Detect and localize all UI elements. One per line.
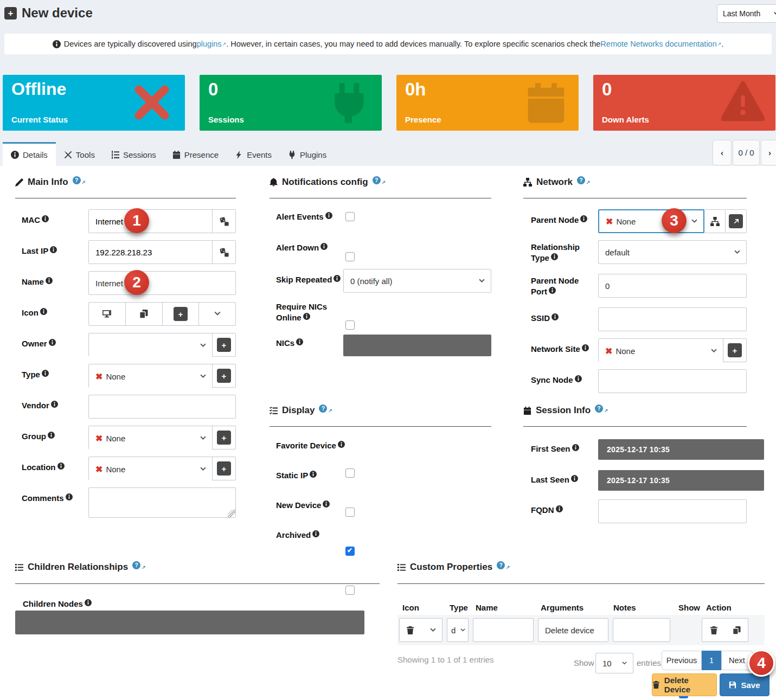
row-name-input[interactable] [473,618,534,642]
info-icon [572,444,579,451]
chevron-down-icon [460,627,466,633]
delete-device-button[interactable]: Delete Device [652,673,717,696]
add-network-site-button[interactable]: + [723,339,746,362]
main-info-section-title: Main Info ?↗ [15,177,86,188]
page-size-select[interactable]: 10 [595,653,633,673]
new-device-checkbox[interactable] [345,547,355,556]
require-nics-checkbox[interactable] [345,320,355,330]
help-icon[interactable]: ? [132,561,140,569]
tab-details[interactable]: Details [3,142,56,166]
help-icon[interactable]: ? [319,404,327,413]
relationship-type-label: Relationship Type [531,242,592,264]
copy-icon-button[interactable] [125,303,162,325]
info-icon [338,441,345,448]
help-icon[interactable]: ? [595,404,603,413]
row-duplicate-button[interactable] [725,619,748,641]
info-icon [48,432,55,439]
column-header-action[interactable]: Action [706,603,732,612]
parent-node-select[interactable]: ✖None [598,209,704,233]
row-delete-button[interactable] [702,619,725,641]
icon-dropdown-button[interactable] [198,303,235,325]
period-select[interactable]: Last Month [717,4,776,23]
annotation-badge-2: 2 [124,270,149,295]
prev-device-button[interactable]: ‹ [713,140,732,165]
tab-events[interactable]: Events [227,142,280,166]
row-action-group [702,618,748,642]
add-owner-button[interactable]: + [212,333,235,356]
save-button[interactable]: Save [720,673,769,696]
add-type-button[interactable]: + [212,364,235,387]
favorite-device-checkbox[interactable] [345,468,355,478]
column-header-arguments[interactable]: Arguments [541,603,583,612]
copy-icon [733,626,741,634]
last-ip-input[interactable] [89,241,212,264]
device-pager: ‹ 0 / 0 › [713,140,776,165]
network-site-select[interactable]: ✖None [599,339,723,363]
sync-node-input[interactable] [598,369,747,393]
relationship-type-select[interactable]: default [598,240,747,264]
add-location-button[interactable]: + [212,457,235,480]
location-select[interactable]: ✖None [89,457,212,481]
skip-repeated-select[interactable]: 0 (notify all) [343,269,491,293]
plugins-link[interactable]: plugins [197,40,222,48]
help-icon[interactable]: ? [577,176,585,184]
list-icon [15,563,23,571]
row-type-select[interactable]: d [447,618,469,642]
page-1-button[interactable]: 1 [702,651,721,670]
last-seen-value: 2025-12-17 10:35 [598,470,764,491]
favorite-device-label: Favorite Device [276,440,345,451]
plug-icon [288,151,296,159]
tab-tools[interactable]: Tools [56,142,103,166]
archived-checkbox[interactable] [345,586,355,595]
previous-page-button[interactable]: Previous [662,651,702,670]
icon-preview-button[interactable] [89,303,125,325]
page-title: New device [22,5,93,21]
add-group-button[interactable]: + [212,426,235,449]
column-header-notes[interactable]: Notes [613,603,636,612]
alert-events-checkbox[interactable] [345,212,355,221]
row-icon-select[interactable] [399,618,442,642]
mac-input[interactable] [89,210,212,233]
column-header-icon[interactable]: Icon [402,603,419,612]
column-header-name[interactable]: Name [476,603,498,612]
tab-sessions[interactable]: Sessions [103,142,164,166]
tab-presence[interactable]: Presence [164,142,227,166]
help-icon[interactable]: ? [73,176,81,184]
parent-node-port-input[interactable] [598,274,747,298]
help-icon[interactable]: ? [373,176,381,184]
name-input[interactable] [88,271,236,295]
down-alerts-value: 0 [602,79,612,100]
help-icon[interactable]: ? [497,561,505,569]
static-ip-checkbox[interactable] [345,508,355,517]
owner-select[interactable] [89,333,212,357]
network-tree-button[interactable] [704,209,726,233]
children-nodes-field[interactable] [15,611,364,634]
add-icon-button[interactable]: + [162,303,199,325]
owner-label: Owner [22,338,56,349]
ssid-input[interactable] [598,307,747,331]
column-header-show[interactable]: Show [678,603,700,612]
column-header-type[interactable]: Type [450,603,468,612]
vendor-input[interactable] [88,395,236,419]
open-parent-button[interactable] [726,209,747,233]
randomize-mac-button[interactable] [212,210,235,233]
remote-networks-doc-link[interactable]: Remote Networks documentation [600,40,716,48]
children-section-title: Children Relationships ?↗ [15,562,146,573]
tab-plugins[interactable]: Plugins [280,142,335,166]
alert-down-checkbox[interactable] [345,252,355,261]
group-select[interactable]: ✖None [89,426,212,450]
type-select[interactable]: ✖None [89,364,212,388]
calendar-icon [523,407,531,415]
table-summary: Showing 1 to 1 of 1 entries [397,655,494,664]
row-notes-input[interactable] [613,618,670,642]
plug-icon [328,80,371,126]
next-device-button[interactable]: › [761,140,776,165]
comments-textarea[interactable] [88,487,236,518]
row-arguments-input[interactable] [538,618,608,642]
fqdn-input[interactable] [598,499,747,523]
trash-icon [406,626,414,634]
nics-field[interactable] [343,335,491,356]
device-pager-count: 0 / 0 [733,140,760,165]
chevron-down-icon [200,373,207,380]
randomize-ip-button[interactable] [212,241,235,264]
